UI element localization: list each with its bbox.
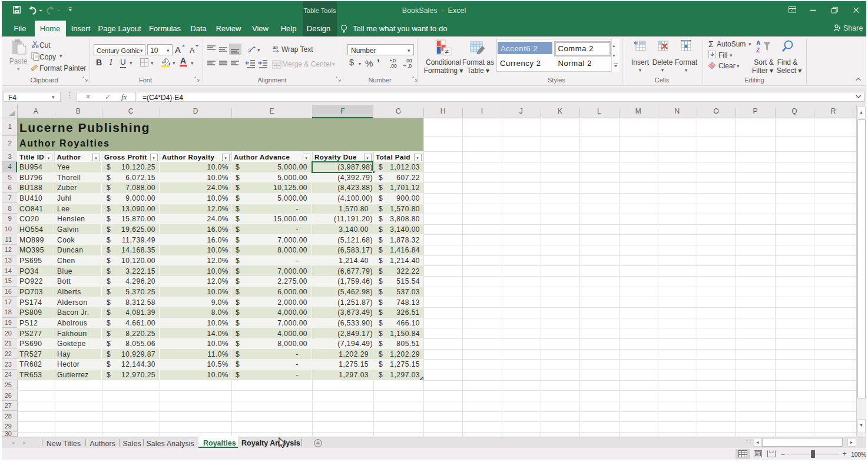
svg-text:Z: Z bbox=[756, 46, 760, 54]
svg-text:A: A bbox=[756, 39, 761, 46]
svg-text:≠: ≠ bbox=[445, 48, 449, 56]
svg-text:ab: ab bbox=[273, 45, 278, 50]
svg-text:A: A bbox=[190, 46, 195, 55]
svg-text:.00: .00 bbox=[390, 63, 397, 68]
svg-text:A: A bbox=[175, 45, 181, 55]
svg-text:.0: .0 bbox=[408, 63, 412, 68]
